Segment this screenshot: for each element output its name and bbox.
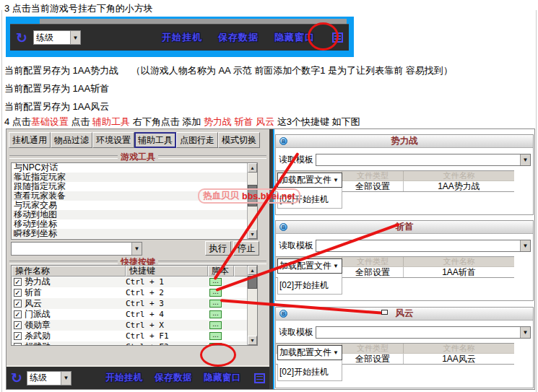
divider	[158, 261, 266, 264]
chevron-down-icon[interactable]: ▼	[520, 154, 530, 165]
window-titlebar[interactable]: B 势力战	[276, 135, 533, 148]
toolbar-screenshot: ↻ 练级 ▼ 开始挂机 保存数据 隐藏窗口	[6, 17, 354, 57]
preset-dropdown[interactable]: 练级 ▼	[27, 371, 71, 386]
chevron-down-icon[interactable]: ▼	[61, 372, 71, 385]
read-template-label: 读取模板	[279, 326, 313, 339]
annotation-circle-square-icon	[308, 22, 339, 51]
hide-window-button[interactable]: 隐藏窗口	[204, 372, 241, 384]
chevron-down-icon[interactable]: ▼	[520, 327, 530, 338]
watermark-site-name: 热血贝贝	[203, 190, 239, 202]
load-config-label: 加载配置文件	[279, 174, 331, 186]
save-data-button[interactable]: 保存数据	[155, 372, 192, 384]
template-dropdown[interactable]: ▼	[316, 154, 531, 166]
checkbox-checked[interactable]: ✓	[14, 321, 22, 329]
table-row[interactable]: ✓领勋章 Ctrl + X ...	[12, 320, 257, 331]
tab-item-filter[interactable]: 物品过滤	[51, 132, 92, 148]
hotkey-combo: Ctrl + 1	[126, 277, 208, 287]
checkbox-checked[interactable]: ✓	[14, 343, 22, 346]
save1-text: 当前配置另存为 1AA势力战	[4, 65, 118, 76]
instruction-save2: 当前配置另存为 1AA斩首	[4, 82, 109, 95]
chevron-down-icon[interactable]: ▼	[70, 31, 80, 44]
checkbox-checked[interactable]: ✓	[14, 332, 22, 340]
annotation-line-endpoint	[381, 310, 388, 315]
cell-file-name: 1AA风云	[404, 354, 514, 364]
table-row[interactable]: ✓势力战 Ctrl + 1 ...	[12, 276, 257, 287]
script-edit-button[interactable]: ...	[209, 321, 222, 329]
main-screenshot: 挂机通用 物品过滤 环境设置 辅助工具 点图行走 模式切换 游戏工具 与NPC对…	[6, 129, 535, 390]
window-titlebar[interactable]: B 风云	[276, 308, 533, 321]
checkbox-checked[interactable]: ✓	[14, 300, 22, 308]
start-hang-list-item[interactable]: [02]开始挂机	[277, 364, 342, 381]
chevron-down-icon[interactable]: ▼	[131, 243, 142, 255]
header-file-type: 文件类型	[342, 257, 404, 266]
table-row[interactable]: ✓门派战 Ctrl + 4 ...	[12, 309, 257, 320]
list-item[interactable]: 瞬移到坐标	[12, 229, 247, 238]
tab-env-settings[interactable]: 环境设置	[92, 132, 134, 148]
scroll-down-icon[interactable]: ▼	[248, 230, 257, 239]
checkbox-checked[interactable]: ✓	[14, 310, 22, 318]
panel-divider	[269, 129, 274, 389]
table-row[interactable]: ✓杀武勋 Ctrl + F1 ...	[12, 331, 257, 341]
checkbox-checked[interactable]: ✓	[14, 278, 22, 286]
start-hang-button[interactable]: 开始挂机	[105, 372, 143, 384]
small-square-icon[interactable]	[254, 373, 265, 383]
header-file-name: 文件名称	[404, 171, 514, 180]
config-window-zhanshou: B 斩首 读取模板 ▼ 文件类型 文件名称	[275, 220, 534, 301]
template-dropdown[interactable]: ▼	[316, 326, 531, 339]
preset-dropdown[interactable]: 练级 ▼	[33, 30, 81, 45]
load-config-label: 加载配置文件	[279, 347, 331, 359]
hotkey-combo: Ctrl + 2	[126, 288, 208, 297]
step4-red-helper-tools: 辅助工具	[92, 116, 130, 127]
header-file-type: 文件类型	[342, 344, 404, 353]
chevron-down-icon: ▼	[333, 177, 339, 183]
start-hang-button[interactable]: 开始挂机	[162, 31, 202, 44]
quote-border-right	[536, 10, 537, 392]
annotation-circle-add-button	[200, 343, 236, 367]
game-tools-group-title: 游戏工具	[9, 151, 266, 163]
scroll-down-icon[interactable]: ▼	[248, 336, 257, 345]
preset-dropdown-value: 练级	[30, 372, 47, 384]
read-template-label: 读取模板	[279, 240, 313, 252]
script-edit-button[interactable]: ...	[209, 332, 222, 340]
tab-hang-general[interactable]: 挂机通用	[9, 132, 51, 148]
step4-text-3: 右下角点击 添加	[130, 116, 204, 127]
template-dropdown-value	[316, 154, 520, 165]
step4-text-2: 点击	[69, 116, 92, 127]
tab-mode-switch[interactable]: 模式切换	[218, 132, 260, 148]
template-dropdown-value	[316, 327, 520, 338]
load-config-dropdown[interactable]: 加载配置文件 ▼	[277, 345, 342, 360]
instruction-step4: 4 点击基础设置 点击 辅助工具 右下角点击 添加 势力战 斩首 风云 这3个快…	[4, 116, 360, 129]
load-config-dropdown[interactable]: 加载配置文件 ▼	[277, 173, 342, 188]
refresh-icon[interactable]: ↻	[11, 371, 22, 385]
chevron-down-icon[interactable]: ▼	[520, 240, 530, 251]
config-window-shilizhan: B 势力战 读取模板 ▼ 文件类型 文件名称	[275, 134, 534, 215]
window-titlebar[interactable]: B 斩首	[276, 221, 533, 234]
window-title: 斩首	[276, 221, 533, 233]
window-title: 势力战	[276, 135, 533, 147]
tab-helper-tools[interactable]: 辅助工具	[134, 132, 176, 148]
header-file-name: 文件名称	[404, 344, 514, 353]
tab-bar: 挂机通用 物品过滤 环境设置 辅助工具 点图行走 模式切换	[9, 132, 260, 148]
checkbox-checked[interactable]: ✓	[14, 289, 22, 297]
save-data-button[interactable]: 保存数据	[218, 31, 259, 44]
hotkey-name: 捐武勋	[25, 341, 51, 346]
header-action-name: 操作名称	[12, 266, 126, 276]
tab-map-walk[interactable]: 点图行走	[176, 132, 218, 148]
config-windows-area: B 势力战 读取模板 ▼ 文件类型 文件名称	[274, 129, 534, 389]
script-edit-button[interactable]: ...	[209, 310, 222, 318]
preset-dropdown-value: 练级	[36, 32, 53, 44]
scroll-up-icon[interactable]: ▲	[248, 163, 257, 173]
refresh-icon[interactable]: ↻	[16, 31, 27, 45]
cell-file-name: 1AA势力战	[404, 181, 514, 191]
instruction-save1: 当前配置另存为 1AA势力战 （以游戏人物名称为 AA 示范 前面添加个数字1 …	[4, 64, 453, 77]
tool-select-dropdown[interactable]: ▼	[11, 242, 142, 256]
toolbar-buttons: 开始挂机 保存数据 隐藏窗口	[105, 372, 265, 384]
tool-select-value	[12, 243, 131, 255]
header-file-name: 文件名称	[404, 257, 514, 266]
execute-button[interactable]: 执行	[205, 241, 231, 256]
step4-red-hotkey-names: 势力战 斩首 风云	[204, 116, 274, 127]
step4-text-1: 4 点击	[4, 116, 31, 127]
read-template-row: 读取模板 ▼	[279, 326, 531, 339]
hotkey-combo: Ctrl + F2	[126, 342, 208, 346]
start-hang-list-item[interactable]: [02]开始挂机	[277, 277, 342, 295]
